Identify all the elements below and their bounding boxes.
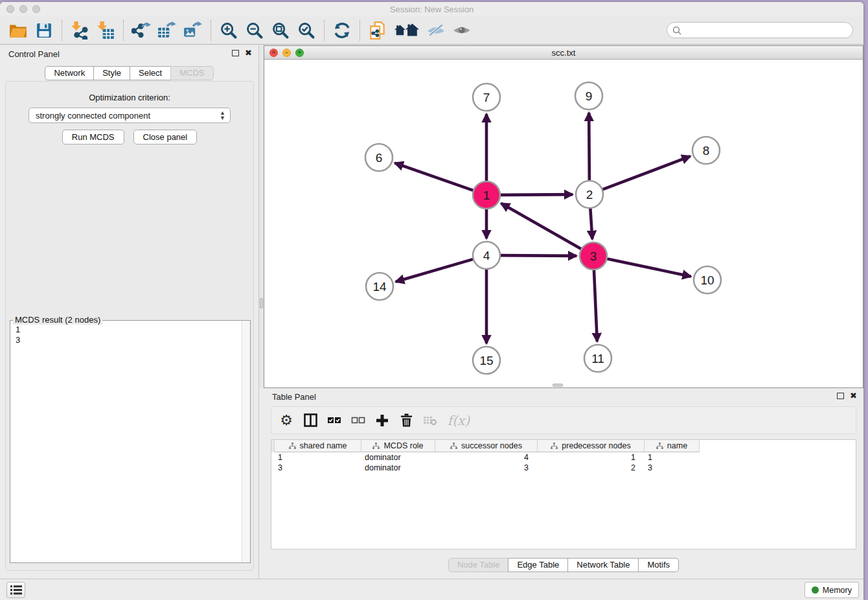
hide-button[interactable]	[425, 19, 447, 41]
show-columns-button[interactable]	[301, 411, 320, 430]
column-header-0[interactable]: shared name	[275, 440, 361, 452]
add-row-button[interactable]	[372, 411, 392, 430]
table-cell[interactable]: 1	[645, 452, 700, 463]
show-panels-button[interactable]	[6, 582, 25, 598]
refresh-button[interactable]	[331, 19, 353, 41]
search-input[interactable]	[685, 25, 847, 35]
close-table-panel-icon[interactable]: ✖	[850, 392, 857, 399]
criterion-select[interactable]: strongly connected component ▲▼	[29, 108, 231, 123]
network-canvas[interactable]: 7968124314101511	[264, 60, 863, 387]
select-all-button[interactable]	[325, 411, 344, 430]
export-image-button[interactable]	[182, 19, 204, 41]
node-9[interactable]: 9	[575, 82, 602, 110]
node-6[interactable]: 6	[365, 144, 393, 171]
deselect-all-button[interactable]	[348, 411, 368, 430]
zoom-fit-button[interactable]	[269, 19, 291, 41]
node-4[interactable]: 4	[473, 242, 500, 269]
table-row[interactable]: 1dominator411	[275, 452, 700, 463]
column-header-2[interactable]: successor nodes	[435, 440, 538, 452]
edge-2-8[interactable]	[602, 156, 691, 189]
sort-column-icon	[372, 443, 380, 450]
vertical-splitter[interactable]	[259, 45, 264, 388]
table-cell[interactable]: 3	[275, 463, 361, 473]
edge-4-3[interactable]	[500, 255, 577, 256]
network-window-titlebar[interactable]: ✕ − + scc.txt	[264, 46, 863, 60]
import-network-button[interactable]	[69, 19, 91, 41]
fx-icon: f(x)	[448, 413, 470, 428]
column-header-4[interactable]: name	[645, 440, 700, 452]
clone-network-button[interactable]	[367, 19, 389, 41]
show-button[interactable]	[451, 19, 473, 41]
close-panel-icon[interactable]: ✖	[245, 49, 252, 56]
edge-3-10[interactable]	[607, 259, 691, 276]
zoom-out-icon	[246, 21, 264, 40]
table-cell[interactable]: 4	[435, 452, 538, 463]
import-network-icon	[71, 21, 89, 40]
tab-node-table[interactable]: Node Table	[448, 558, 509, 572]
table-cell[interactable]: 3	[645, 463, 700, 473]
table-row[interactable]: 3dominator323	[275, 463, 700, 473]
tab-edge-table[interactable]: Edge Table	[508, 558, 568, 572]
tab-network[interactable]: Network	[45, 66, 94, 80]
run-mcds-button[interactable]: Run MCDS	[62, 130, 124, 144]
tab-style[interactable]: Style	[93, 66, 130, 80]
memory-button-label: Memory	[823, 586, 852, 595]
export-network-button[interactable]	[130, 19, 152, 41]
memory-status-icon	[812, 586, 819, 594]
float-panel-icon[interactable]	[232, 50, 239, 56]
node-2[interactable]: 2	[576, 181, 603, 208]
import-table-button[interactable]	[95, 19, 117, 41]
node-1[interactable]: 1	[473, 181, 500, 209]
network-graph[interactable]: 7968124314101511	[264, 60, 863, 387]
column-header-1[interactable]: MCDS role	[361, 440, 435, 452]
horizontal-splitter-grip[interactable]	[553, 384, 563, 387]
zoom-in-button[interactable]	[218, 19, 240, 41]
close-panel-button[interactable]: Close panel	[133, 130, 198, 144]
edge-1-6[interactable]	[395, 163, 474, 190]
node-11[interactable]: 11	[584, 345, 611, 372]
delete-column-button[interactable]	[420, 411, 440, 430]
edge-3-1[interactable]	[501, 203, 582, 249]
search-field[interactable]	[667, 22, 853, 38]
zoom-selected-button[interactable]	[295, 19, 317, 41]
result-scrollbar[interactable]	[242, 321, 250, 562]
function-builder-button[interactable]: f(x)	[444, 411, 473, 430]
tab-network-table[interactable]: Network Table	[567, 558, 639, 572]
table-cell[interactable]: 1	[538, 452, 645, 463]
node-10[interactable]: 10	[694, 266, 721, 294]
edge-2-9[interactable]	[589, 113, 589, 181]
zoom-out-button[interactable]	[244, 19, 266, 41]
home-button[interactable]	[393, 19, 421, 41]
export-table-button[interactable]	[156, 19, 178, 41]
table-cell[interactable]: dominator	[361, 463, 435, 473]
table-cell[interactable]: 3	[435, 463, 538, 473]
tab-mcds[interactable]: MCDS	[170, 66, 213, 80]
delete-row-button[interactable]	[396, 411, 416, 430]
splitter-grip[interactable]	[260, 298, 263, 308]
table-cell[interactable]: 1	[275, 452, 361, 463]
float-table-panel-icon[interactable]	[837, 393, 844, 399]
column-header-3[interactable]: predecessor nodes	[538, 440, 645, 452]
node-7[interactable]: 7	[473, 84, 500, 111]
status-bar: Memory	[0, 579, 863, 600]
tab-motifs[interactable]: Motifs	[638, 558, 679, 572]
save-session-button[interactable]	[33, 19, 55, 41]
mcds-result-list[interactable]: 13	[10, 322, 241, 562]
edge-1-2[interactable]	[500, 194, 573, 195]
edge-3-11[interactable]	[594, 270, 597, 341]
memory-button[interactable]: Memory	[805, 582, 859, 598]
table-cell[interactable]: 2	[538, 463, 645, 473]
clone-network-icon	[369, 21, 387, 40]
node-3[interactable]: 3	[580, 242, 607, 270]
table-cell[interactable]: dominator	[361, 452, 435, 463]
edge-2-3[interactable]	[590, 208, 592, 239]
node-15[interactable]: 15	[473, 347, 500, 374]
node-14[interactable]: 14	[366, 273, 393, 300]
open-session-button[interactable]	[7, 19, 29, 41]
tab-select[interactable]: Select	[130, 66, 171, 80]
table-settings-button[interactable]: ⚙	[277, 411, 296, 430]
node-table[interactable]: shared nameMCDS rolesuccessor nodesprede…	[271, 439, 856, 549]
eye-slash-icon	[426, 23, 446, 38]
node-8[interactable]: 8	[692, 137, 720, 164]
edge-4-14[interactable]	[396, 259, 474, 282]
